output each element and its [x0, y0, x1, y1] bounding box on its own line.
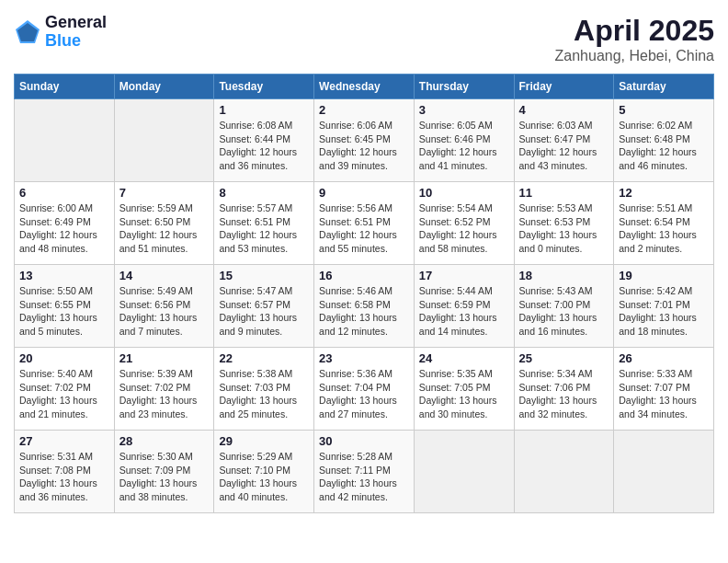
day-cell: [514, 431, 614, 513]
logo-blue-text: Blue: [45, 32, 107, 51]
day-detail: Sunrise: 5:29 AMSunset: 7:10 PMDaylight:…: [219, 450, 309, 504]
day-detail: Sunrise: 5:57 AMSunset: 6:51 PMDaylight:…: [219, 201, 309, 256]
day-detail: Sunrise: 6:03 AMSunset: 6:47 PMDaylight:…: [519, 119, 609, 173]
day-cell: 10Sunrise: 5:54 AMSunset: 6:52 PMDayligh…: [414, 182, 514, 265]
day-number: 12: [619, 186, 709, 200]
day-cell: 21Sunrise: 5:39 AMSunset: 7:02 PMDayligh…: [114, 348, 214, 431]
day-detail: Sunrise: 5:51 AMSunset: 6:54 PMDaylight:…: [619, 201, 709, 256]
day-cell: 18Sunrise: 5:43 AMSunset: 7:00 PMDayligh…: [514, 265, 614, 348]
title-area: April 2025 Zanhuang, Hebei, China: [555, 14, 714, 64]
day-cell: 27Sunrise: 5:31 AMSunset: 7:08 PMDayligh…: [15, 431, 115, 513]
day-detail: Sunrise: 5:28 AMSunset: 7:11 PMDaylight:…: [319, 450, 409, 504]
page-header: General Blue April 2025 Zanhuang, Hebei,…: [14, 14, 714, 64]
day-number: 30: [319, 434, 409, 448]
day-detail: Sunrise: 5:56 AMSunset: 6:51 PMDaylight:…: [319, 201, 409, 256]
day-cell: 3Sunrise: 6:05 AMSunset: 6:46 PMDaylight…: [414, 99, 514, 182]
day-cell: 13Sunrise: 5:50 AMSunset: 6:55 PMDayligh…: [15, 265, 115, 348]
weekday-header-monday: Monday: [114, 75, 214, 99]
logo: General Blue: [14, 14, 107, 51]
day-cell: 6Sunrise: 6:00 AMSunset: 6:49 PMDaylight…: [15, 182, 115, 265]
weekday-header-friday: Friday: [514, 75, 614, 99]
week-row-2: 6Sunrise: 6:00 AMSunset: 6:49 PMDaylight…: [15, 182, 714, 265]
day-number: 2: [319, 103, 409, 117]
day-cell: 7Sunrise: 5:59 AMSunset: 6:50 PMDaylight…: [114, 182, 214, 265]
day-detail: Sunrise: 5:33 AMSunset: 7:07 PMDaylight:…: [619, 367, 709, 421]
day-cell: 26Sunrise: 5:33 AMSunset: 7:07 PMDayligh…: [614, 348, 714, 431]
weekday-header-tuesday: Tuesday: [214, 75, 314, 99]
day-number: 6: [19, 186, 109, 200]
day-cell: 20Sunrise: 5:40 AMSunset: 7:02 PMDayligh…: [15, 348, 115, 431]
day-detail: Sunrise: 5:35 AMSunset: 7:05 PMDaylight:…: [419, 367, 509, 421]
day-detail: Sunrise: 5:50 AMSunset: 6:55 PMDaylight:…: [19, 284, 109, 339]
day-number: 8: [219, 186, 309, 200]
day-cell: 23Sunrise: 5:36 AMSunset: 7:04 PMDayligh…: [314, 348, 415, 431]
day-number: 9: [319, 186, 409, 200]
day-detail: Sunrise: 5:40 AMSunset: 7:02 PMDaylight:…: [19, 367, 109, 421]
logo-icon: [14, 18, 41, 46]
weekday-header-sunday: Sunday: [15, 75, 115, 99]
day-number: 13: [19, 269, 109, 282]
day-number: 3: [419, 103, 509, 117]
day-number: 10: [419, 186, 509, 200]
day-number: 4: [519, 103, 609, 117]
weekday-header-saturday: Saturday: [614, 75, 714, 99]
day-number: 26: [619, 351, 709, 365]
day-cell: 4Sunrise: 6:03 AMSunset: 6:47 PMDaylight…: [514, 99, 614, 182]
logo-general-text: General: [45, 14, 107, 32]
day-number: 20: [19, 351, 109, 365]
day-detail: Sunrise: 5:44 AMSunset: 6:59 PMDaylight:…: [419, 284, 509, 339]
day-cell: 25Sunrise: 5:34 AMSunset: 7:06 PMDayligh…: [514, 348, 614, 431]
week-row-4: 20Sunrise: 5:40 AMSunset: 7:02 PMDayligh…: [15, 348, 714, 431]
day-cell: 2Sunrise: 6:06 AMSunset: 6:45 PMDaylight…: [314, 99, 415, 182]
day-detail: Sunrise: 5:53 AMSunset: 6:53 PMDaylight:…: [519, 201, 609, 256]
day-detail: Sunrise: 5:34 AMSunset: 7:06 PMDaylight:…: [519, 367, 609, 421]
day-cell: 9Sunrise: 5:56 AMSunset: 6:51 PMDaylight…: [314, 182, 415, 265]
day-number: 11: [519, 186, 609, 200]
day-number: 15: [219, 269, 309, 282]
day-number: 22: [219, 351, 309, 365]
day-detail: Sunrise: 5:43 AMSunset: 7:00 PMDaylight:…: [519, 284, 609, 339]
month-title: April 2025: [555, 14, 714, 48]
day-cell: 15Sunrise: 5:47 AMSunset: 6:57 PMDayligh…: [214, 265, 314, 348]
day-detail: Sunrise: 5:46 AMSunset: 6:58 PMDaylight:…: [319, 284, 409, 339]
day-cell: 5Sunrise: 6:02 AMSunset: 6:48 PMDaylight…: [614, 99, 714, 182]
day-number: 21: [119, 351, 210, 365]
day-detail: Sunrise: 5:54 AMSunset: 6:52 PMDaylight:…: [419, 201, 509, 256]
weekday-header-wednesday: Wednesday: [314, 75, 415, 99]
day-cell: [15, 99, 115, 182]
day-detail: Sunrise: 5:59 AMSunset: 6:50 PMDaylight:…: [119, 201, 210, 256]
day-cell: 28Sunrise: 5:30 AMSunset: 7:09 PMDayligh…: [114, 431, 214, 513]
day-cell: 16Sunrise: 5:46 AMSunset: 6:58 PMDayligh…: [314, 265, 415, 348]
day-cell: 1Sunrise: 6:08 AMSunset: 6:44 PMDaylight…: [214, 99, 314, 182]
location-title: Zanhuang, Hebei, China: [555, 48, 714, 64]
day-cell: 8Sunrise: 5:57 AMSunset: 6:51 PMDaylight…: [214, 182, 314, 265]
weekday-header-row: SundayMondayTuesdayWednesdayThursdayFrid…: [15, 75, 714, 99]
weekday-header-thursday: Thursday: [414, 75, 514, 99]
day-number: 7: [119, 186, 210, 200]
calendar-table: SundayMondayTuesdayWednesdayThursdayFrid…: [14, 74, 714, 513]
day-cell: 17Sunrise: 5:44 AMSunset: 6:59 PMDayligh…: [414, 265, 514, 348]
week-row-5: 27Sunrise: 5:31 AMSunset: 7:08 PMDayligh…: [15, 431, 714, 513]
day-number: 25: [519, 351, 609, 365]
day-cell: [614, 431, 714, 513]
day-detail: Sunrise: 5:31 AMSunset: 7:08 PMDaylight:…: [19, 450, 109, 504]
day-number: 16: [319, 269, 409, 282]
day-detail: Sunrise: 5:30 AMSunset: 7:09 PMDaylight:…: [119, 450, 210, 504]
day-number: 5: [619, 103, 709, 117]
day-cell: 14Sunrise: 5:49 AMSunset: 6:56 PMDayligh…: [114, 265, 214, 348]
week-row-1: 1Sunrise: 6:08 AMSunset: 6:44 PMDaylight…: [15, 99, 714, 182]
day-detail: Sunrise: 6:06 AMSunset: 6:45 PMDaylight:…: [319, 119, 409, 173]
day-number: 28: [119, 434, 210, 448]
day-cell: 24Sunrise: 5:35 AMSunset: 7:05 PMDayligh…: [414, 348, 514, 431]
day-detail: Sunrise: 6:05 AMSunset: 6:46 PMDaylight:…: [419, 119, 509, 173]
day-number: 18: [519, 269, 609, 282]
day-detail: Sunrise: 6:00 AMSunset: 6:49 PMDaylight:…: [19, 201, 109, 256]
day-number: 23: [319, 351, 409, 365]
day-number: 14: [119, 269, 210, 282]
day-cell: 19Sunrise: 5:42 AMSunset: 7:01 PMDayligh…: [614, 265, 714, 348]
day-number: 24: [419, 351, 509, 365]
week-row-3: 13Sunrise: 5:50 AMSunset: 6:55 PMDayligh…: [15, 265, 714, 348]
day-detail: Sunrise: 5:49 AMSunset: 6:56 PMDaylight:…: [119, 284, 210, 339]
day-number: 1: [219, 103, 309, 117]
day-detail: Sunrise: 5:39 AMSunset: 7:02 PMDaylight:…: [119, 367, 210, 421]
